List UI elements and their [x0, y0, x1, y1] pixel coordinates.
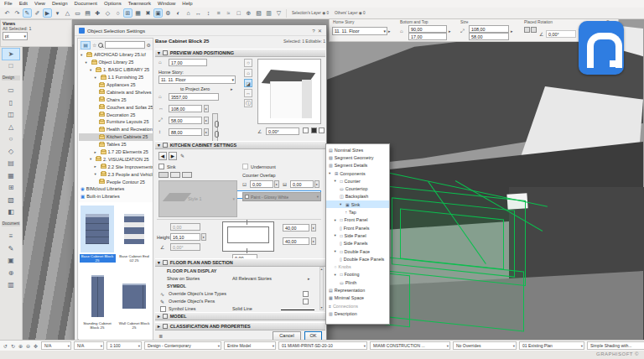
toolbar-icon[interactable]: ↔	[194, 8, 203, 18]
library-tree-item[interactable]: ▸ 1.7 2D Elements 25	[79, 148, 153, 156]
statusbar-dropdown[interactable]: N/A	[41, 341, 71, 350]
toolbar-icon[interactable]: □	[234, 8, 243, 18]
tree-expander-icon[interactable]: ▾	[90, 68, 94, 72]
tool-icon[interactable]: ⊞	[2, 182, 20, 195]
component-menu-item[interactable]: ▾ □ Counter	[326, 177, 389, 185]
tree-expander-icon[interactable]: ▾	[335, 233, 339, 237]
panel-header-floorplan[interactable]: ▾ FLOOR PLAN AND SECTION	[155, 258, 325, 267]
library-tree-item[interactable]: ▾ 2. VISUALIZATION 25	[79, 155, 153, 163]
menu-item[interactable]: Teamwork	[128, 1, 151, 7]
sink-height-field[interactable]: 16,10	[170, 233, 200, 241]
library-tree-item[interactable]: Appliances 25	[79, 81, 153, 89]
tool-icon[interactable]: ◧	[2, 206, 20, 219]
toolbar-icon[interactable]: ≈	[224, 8, 233, 18]
component-menu-item[interactable]: ▾ □ Double Face	[326, 247, 389, 255]
statusbar-dropdown[interactable]: MIAMI CONSTRUCTION ...	[370, 341, 450, 350]
component-menu-item[interactable]: ▭ Plinth	[326, 278, 389, 286]
component-menu-item[interactable]: ▯ Double Face Panels	[326, 255, 389, 263]
rotation-toggle-b[interactable]	[531, 27, 537, 33]
menu-item[interactable]: Options	[104, 1, 122, 7]
prev-component-button[interactable]: ◀	[158, 152, 167, 160]
clear-swatch-button[interactable]	[319, 127, 325, 133]
eyedropper-icon[interactable]: ✎	[180, 153, 184, 159]
dialog-title-bar[interactable]: Object Selection Settings ? ✕	[75, 25, 326, 36]
object-thumbnail[interactable]: Base Cabinet End 02 25	[116, 202, 153, 269]
component-menu-item[interactable]: ≡ Connections	[326, 302, 389, 310]
statusbar-dropdown[interactable]: 01 MIAMI-PRINT-SD-20-10	[278, 341, 367, 350]
library-tree-item[interactable]: People Contour 25	[79, 178, 153, 185]
toolbar-icon[interactable]: ◇	[103, 8, 112, 18]
tree-expander-icon[interactable]: ▾	[86, 60, 90, 65]
sink-shape-rect-button[interactable]	[158, 172, 169, 178]
library-tree-item[interactable]: Tables 25	[79, 141, 153, 148]
home-story-flyout[interactable]: ▸	[388, 29, 391, 34]
tool-icon[interactable]: ⊕	[2, 267, 20, 279]
home-story-combo[interactable]: 11. 11. Floor	[158, 75, 236, 84]
toolbar-icon[interactable]: ≡	[214, 8, 223, 18]
tool-icon[interactable]: ▣	[2, 255, 20, 268]
show-on-stories-flyout[interactable]: ▸	[308, 276, 310, 281]
sink-length-flyout[interactable]: ▸	[311, 224, 316, 232]
folder-view-toggle[interactable]: ▤	[80, 41, 91, 49]
panel-header-classification[interactable]: ▸ CLASSIFICATION AND PROPERTIES	[155, 322, 325, 330]
component-menu-item[interactable]: ▾ □ Side Panel	[326, 232, 389, 239]
override-pens-checkbox[interactable]	[303, 299, 309, 304]
component-menu-item[interactable]: ▯ Side Panels	[326, 240, 389, 247]
tool-icon[interactable]: Document	[2, 218, 20, 231]
library-tree-item[interactable]: Decoration 25	[79, 111, 153, 118]
overlap-y-flyout[interactable]: ▸	[314, 180, 319, 188]
bottom-offset-field[interactable]: 17,00	[169, 59, 207, 66]
tree-expander-icon[interactable]: ▾	[90, 157, 94, 161]
others-layer-indicator[interactable]: Others' Layer ◉ 0	[332, 11, 368, 16]
menu-item[interactable]: Design	[52, 1, 68, 7]
settings-gear-icon[interactable]: ⚙	[147, 42, 151, 48]
statusbar-nav-icon[interactable]: ⊖	[24, 343, 32, 349]
component-menu-item[interactable]: ↑ Tap	[326, 208, 389, 216]
selection-layer-indicator[interactable]: Selection's Layer ◉ 0	[289, 11, 331, 16]
tool-icon[interactable]: ▭	[2, 85, 20, 97]
overlap-y-field[interactable]: 0,00	[290, 180, 314, 188]
object-thumbnail[interactable]: Standing Cabinet Block 25	[79, 269, 116, 336]
component-menu-item[interactable]: ▤ Nominal Sizes	[326, 146, 389, 153]
sink-width-flyout[interactable]: ▸	[311, 237, 316, 245]
library-tree-item[interactable]: Health and Recreation 25	[79, 126, 153, 133]
statusbar-nav-icon[interactable]: ↻	[9, 343, 17, 349]
bottom-top-flyout[interactable]: ▸	[449, 29, 451, 34]
component-menu-item[interactable]: ▥ Description	[326, 310, 389, 317]
panel-scrollbar[interactable]: ▲▼	[319, 267, 324, 310]
statusbar-nav-icon[interactable]: ✥	[32, 343, 39, 349]
toolbar-icon[interactable]: ▤	[83, 8, 92, 18]
preview-front-view-button[interactable]: ⌂	[244, 69, 252, 77]
toolbar-icon[interactable]: ↶	[3, 8, 12, 18]
menu-item[interactable]: File	[4, 1, 13, 7]
tool-icon[interactable]: ▤	[2, 158, 20, 170]
statusbar-nav-icon[interactable]: ⊕	[17, 343, 24, 349]
sink-style-preview[interactable]: Style 1 ▾	[158, 180, 237, 217]
statusbar-dropdown[interactable]: Entire Model	[224, 341, 276, 350]
preview-side-view-button[interactable]: ↔	[244, 89, 252, 97]
statusbar-nav-icon[interactable]: ↺	[2, 343, 9, 349]
preview-info-button[interactable]: ⓘ	[244, 99, 252, 107]
library-tree-item[interactable]: ◉ BIMcloud Libraries	[79, 185, 153, 193]
component-menu-item[interactable]: ▾ □ Footing	[326, 271, 389, 278]
sink-shape-oval-button[interactable]	[170, 172, 180, 178]
menu-item[interactable]: Edit	[19, 1, 28, 7]
toolbar-icon[interactable]: ▶	[43, 8, 52, 18]
object-thumbnail[interactable]: Base Cabinet Block 25	[79, 202, 116, 269]
toolbar-icon[interactable]: ✖	[143, 8, 153, 18]
anchor-flyout[interactable]: ▸	[231, 86, 233, 91]
override-line-types-checkbox[interactable]	[303, 291, 309, 297]
size-flyout[interactable]: ▸	[511, 29, 513, 34]
tree-expander-icon[interactable]: ▾	[335, 249, 339, 253]
toolbar-icon[interactable]: ▥	[264, 8, 273, 18]
preview-3d-view-button[interactable]: ◪	[244, 79, 252, 87]
library-tree-item[interactable]: Chairs 25	[79, 96, 153, 103]
placed-rotation-field[interactable]: 0,00°	[546, 30, 576, 38]
tree-expander-icon[interactable]: ▾	[95, 75, 99, 80]
library-tree-item[interactable]: ▾ ARCHICAD Library 25.lcf	[79, 51, 153, 59]
ok-button[interactable]: OK	[304, 331, 322, 341]
bottom-elevation-field[interactable]: 17,00	[408, 33, 447, 40]
component-menu-item[interactable]: ▾ ⊞ Components	[326, 169, 389, 177]
sink-height-flyout[interactable]: ▸	[201, 233, 206, 241]
tool-icon[interactable]: ▥	[2, 279, 20, 292]
